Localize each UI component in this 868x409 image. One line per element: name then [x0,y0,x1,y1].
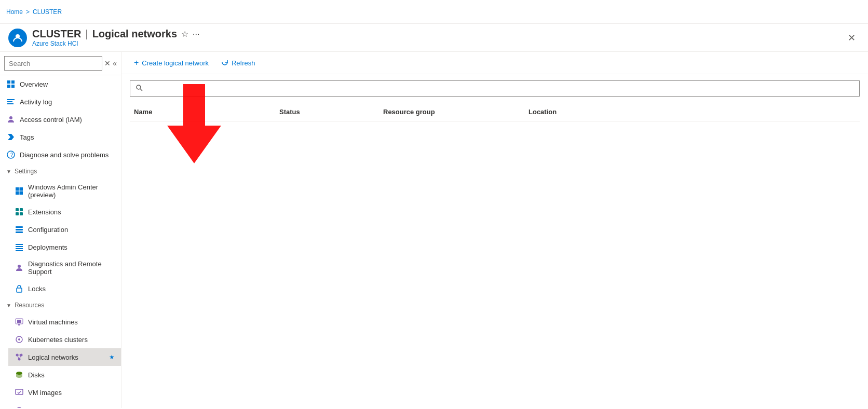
sidebar-item-disks[interactable]: Disks [8,366,121,384]
sidebar-item-tags[interactable]: Tags [0,128,121,146]
sidebar-item-label-disks: Disks [28,371,45,379]
kubernetes-icon [15,335,24,344]
sidebar-item-label-activity-log: Activity log [20,98,52,106]
page-header: CLUSTER | Logical networks ☆ ··· Azure S… [0,24,868,52]
sidebar-item-locks[interactable]: Locks [8,280,121,297]
activity-log-icon [6,97,16,106]
sidebar-item-vm-images[interactable]: VM images [8,384,121,401]
svg-rect-15 [16,208,19,211]
sidebar-search-input[interactable] [4,56,102,71]
table-search-input[interactable] [148,81,859,96]
refresh-button[interactable]: Refresh [217,57,260,70]
svg-point-8 [9,116,12,119]
table-search-icon [130,81,148,96]
tags-icon [6,132,16,142]
close-button[interactable]: ✕ [844,30,860,46]
extensions-icon [15,207,24,216]
sidebar-item-label-diagnose: Diagnose and solve problems [20,151,108,159]
sidebar-item-kubernetes[interactable]: Kubernetes clusters [8,331,121,348]
sidebar-item-label-logical-networks: Logical networks [28,353,78,361]
col-location: Location [524,106,680,118]
resources-section-label: Resources [15,302,44,309]
favorite-button[interactable]: ☆ [181,29,188,39]
svg-rect-27 [17,288,22,292]
sidebar-item-label-extensions: Extensions [28,208,61,216]
sidebar-item-diagnostics[interactable]: Diagnostics and Remote Support [8,256,121,280]
more-options-button[interactable]: ··· [193,30,199,39]
sidebar-item-access-control[interactable]: Access control (IAM) [0,111,121,128]
svg-rect-5 [7,99,15,100]
resources-items: Virtual machines Kubernetes clusters Log… [0,313,121,408]
sidebar-item-label-configuration: Configuration [28,226,68,234]
svg-rect-19 [16,226,23,228]
col-resource-group: Resource group [379,106,524,118]
svg-point-32 [18,338,20,340]
sidebar-nav: Overview Activity log Access control (IA… [0,75,121,408]
svg-rect-17 [16,212,19,215]
table-search-bar [130,80,860,97]
svg-rect-40 [16,389,23,394]
diagnostics-icon [15,263,24,272]
svg-rect-22 [16,244,23,245]
refresh-icon [221,59,228,67]
sidebar-item-label-diagnostics: Diagnostics and Remote Support [28,260,115,276]
sidebar-item-label-kubernetes: Kubernetes clusters [28,336,88,344]
create-logical-network-button[interactable]: + Create logical network [130,56,213,70]
vm-network-icon [15,405,24,408]
sidebar-item-activity-log[interactable]: Activity log [0,93,121,111]
svg-point-26 [18,265,21,268]
sidebar-item-windows-admin[interactable]: Windows Admin Center (preview) [8,179,121,203]
sidebar-search-clear[interactable]: ✕ [104,59,111,67]
sidebar-item-diagnose[interactable]: ? Diagnose and solve problems [0,146,121,163]
resources-section-header[interactable]: ▼ Resources [0,297,121,313]
svg-rect-7 [7,103,13,104]
sidebar-item-label-deployments: Deployments [28,243,67,251]
settings-chevron: ▼ [6,169,11,174]
refresh-label: Refresh [232,59,255,67]
svg-rect-16 [20,208,23,211]
sidebar-item-label-access-control: Access control (IAM) [20,116,82,124]
svg-rect-18 [20,212,23,215]
cluster-name: CLUSTER [32,28,81,40]
svg-rect-30 [18,324,20,325]
locks-icon [15,284,24,293]
deployments-icon [15,242,24,252]
svg-rect-23 [16,246,23,247]
svg-rect-20 [16,229,23,230]
sidebar-item-configuration[interactable]: Configuration [8,221,121,238]
svg-point-46 [137,85,141,89]
breadcrumb-home[interactable]: Home [6,8,23,16]
breadcrumb: Home > CLUSTER [6,8,62,16]
breadcrumb-sep: > [26,8,30,16]
sidebar-item-logical-networks[interactable]: Logical networks ★ [8,348,121,366]
settings-section-header[interactable]: ▼ Settings [0,163,121,179]
sidebar-item-label-tags: Tags [20,133,34,141]
svg-rect-12 [20,187,23,191]
col-status: Status [275,106,379,118]
page-name: Logical networks [92,28,177,40]
sidebar-item-extensions[interactable]: Extensions [8,203,121,221]
svg-rect-11 [16,187,19,191]
svg-rect-29 [17,320,21,323]
create-logical-network-label: Create logical network [142,59,209,67]
svg-rect-2 [11,80,15,84]
sidebar: ✕ « Overview Activity log [0,52,121,408]
windows-admin-icon [15,186,24,196]
table-header: Name Status Resource group Location [130,103,860,121]
create-plus-icon: + [134,58,139,67]
sidebar-collapse-button[interactable]: « [113,59,117,67]
sidebar-item-virtual-machines[interactable]: Virtual machines [8,313,121,331]
sidebar-item-overview[interactable]: Overview [0,75,121,93]
logical-networks-icon [15,352,24,362]
sidebar-item-vm-network-interfaces[interactable]: VM network interfaces [8,401,121,408]
svg-rect-6 [7,101,12,102]
main-layout: ✕ « Overview Activity log [0,52,868,408]
settings-section-label: Settings [15,168,37,175]
resources-chevron: ▼ [6,303,11,308]
toolbar: + Create logical network Refresh [121,52,868,74]
sidebar-item-deployments[interactable]: Deployments [8,238,121,256]
sidebar-item-label-vm-network-interfaces: VM network interfaces [28,406,95,408]
breadcrumb-cluster[interactable]: CLUSTER [33,8,62,16]
svg-rect-25 [16,250,23,251]
disks-icon [15,370,24,379]
